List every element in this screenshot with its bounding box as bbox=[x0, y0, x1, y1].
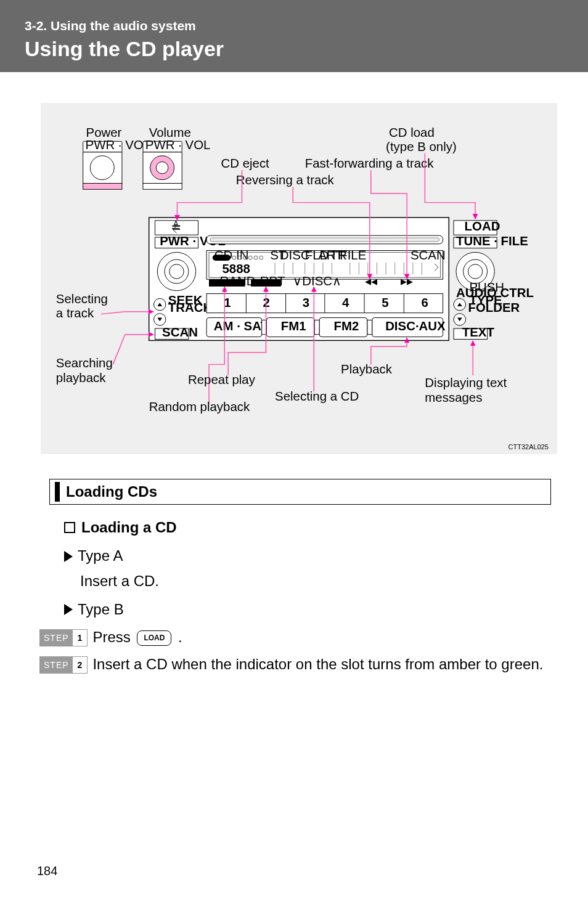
subheading-text: Loading a CD bbox=[81, 516, 177, 539]
svg-point-97 bbox=[468, 264, 482, 279]
page-header: 3-2. Using the audio system Using the CD… bbox=[0, 0, 588, 72]
svg-text:RAND: RAND bbox=[220, 274, 256, 288]
unit-center: CD IN ST DISC FLD ART TR FILE SCAN 5888 bbox=[206, 235, 446, 288]
subheading-loading-a-cd: Loading a CD bbox=[64, 516, 551, 539]
label-displaying-text-l2: messages bbox=[425, 391, 482, 404]
section-path: 3-2. Using the audio system bbox=[25, 18, 563, 33]
svg-text:2: 2 bbox=[263, 296, 270, 309]
svg-text:≜: ≜ bbox=[171, 220, 181, 234]
svg-text:FM2: FM2 bbox=[333, 319, 359, 333]
label-selecting-track-l1: Selecting bbox=[56, 292, 108, 306]
mode-buttons: AM · SAT FM1 FM2 DISC·AUX bbox=[206, 317, 446, 336]
triangle-bullet-icon bbox=[64, 604, 73, 615]
svg-text:CD IN: CD IN bbox=[214, 248, 249, 262]
svg-text:1: 1 bbox=[224, 296, 231, 309]
page-title: Using the CD player bbox=[25, 37, 563, 61]
label-volume: Volume bbox=[149, 126, 191, 139]
label-selecting-track-l2: a track bbox=[56, 306, 94, 320]
step-2-row: STEP 2 Insert a CD when the indicator on… bbox=[39, 653, 551, 676]
heading-marker bbox=[55, 482, 60, 502]
step-number-2: 2 bbox=[73, 657, 88, 673]
preset-buttons: 1 2 3 4 5 6 bbox=[206, 294, 443, 313]
square-bullet-icon bbox=[64, 522, 75, 533]
svg-text:AM · SAT: AM · SAT bbox=[214, 319, 269, 333]
step-1-pre: Press bbox=[92, 629, 134, 645]
label-cd-eject: CD eject bbox=[221, 157, 269, 170]
svg-text:DISC·AUX: DISC·AUX bbox=[385, 319, 446, 333]
label-random-playback: Random playback bbox=[149, 400, 250, 414]
label-playback: Playback bbox=[341, 362, 393, 376]
loading-cds-heading: Loading CDs bbox=[49, 479, 551, 505]
load-button-glyph: LOAD bbox=[137, 630, 171, 646]
svg-text:LOAD: LOAD bbox=[465, 219, 500, 233]
label-cd-load: CD load bbox=[389, 126, 435, 139]
type-a-instruction: Insert a CD. bbox=[80, 569, 551, 593]
svg-rect-90 bbox=[367, 320, 372, 334]
label-displaying-text-l1: Displaying text bbox=[425, 376, 507, 389]
svg-text:4: 4 bbox=[342, 296, 349, 309]
svg-text:FILE: FILE bbox=[340, 248, 366, 262]
svg-point-3 bbox=[90, 156, 114, 180]
type-b-label: Type B bbox=[78, 598, 124, 621]
svg-text:PWR · VOL: PWR · VOL bbox=[86, 138, 151, 152]
svg-text:RPT: RPT bbox=[260, 274, 285, 288]
volume-icon: PWR · VOL bbox=[143, 138, 210, 189]
svg-text:TRACK: TRACK bbox=[168, 301, 213, 314]
heading-text: Loading CDs bbox=[66, 482, 157, 502]
svg-line-107 bbox=[113, 335, 125, 365]
svg-text:3: 3 bbox=[303, 296, 309, 309]
step-label: STEP bbox=[40, 657, 73, 673]
label-cd-load-sub: (type B only) bbox=[386, 140, 457, 153]
svg-rect-10 bbox=[143, 183, 182, 189]
svg-text:TUNE · FILE: TUNE · FILE bbox=[456, 234, 528, 248]
svg-text:FM1: FM1 bbox=[281, 319, 306, 333]
step-1-post: . bbox=[178, 629, 182, 645]
svg-text:TEXT: TEXT bbox=[462, 325, 495, 339]
svg-point-9 bbox=[156, 161, 168, 173]
svg-text:6: 6 bbox=[422, 296, 428, 309]
label-repeat-play: Repeat play bbox=[188, 373, 256, 386]
body-content: Loading a CD Type A Insert a CD. Type B … bbox=[64, 516, 551, 676]
step-badge-2: STEP 2 bbox=[39, 656, 88, 674]
label-searching-l1: Searching bbox=[56, 356, 113, 370]
step-1-row: STEP 1 Press LOAD . bbox=[39, 626, 551, 649]
svg-point-18 bbox=[169, 264, 184, 279]
cd-player-diagram: Power Volume CD load (type B only) CD ej… bbox=[41, 103, 557, 454]
svg-text:FOLDER: FOLDER bbox=[468, 301, 520, 314]
power-icon: PWR · VOL bbox=[83, 138, 150, 189]
label-power: Power bbox=[86, 126, 122, 139]
unit-right-column: LOAD TUNE · FILE PUSH AUDIO CTRL TYPE FO… bbox=[454, 219, 534, 339]
svg-rect-26 bbox=[210, 238, 439, 242]
svg-rect-4 bbox=[83, 183, 122, 189]
label-selecting-cd: Selecting a CD bbox=[275, 389, 359, 403]
diagram-code-id: CTT32AL025 bbox=[508, 443, 549, 450]
step-label: STEP bbox=[40, 630, 73, 646]
svg-text:SCAN: SCAN bbox=[410, 248, 446, 262]
svg-text:PWR · VOL: PWR · VOL bbox=[145, 138, 211, 152]
step-1-text: Press LOAD . bbox=[92, 626, 551, 649]
triangle-bullet-icon bbox=[64, 551, 73, 562]
svg-text:◂◂: ◂◂ bbox=[365, 274, 377, 288]
svg-line-106 bbox=[101, 312, 125, 314]
type-b-row: Type B bbox=[64, 598, 551, 621]
svg-rect-89 bbox=[314, 320, 319, 334]
step-badge-1: STEP 1 bbox=[39, 629, 88, 646]
svg-text:5: 5 bbox=[382, 296, 388, 309]
type-a-label: Type A bbox=[78, 544, 123, 568]
svg-text:∨DISC∧: ∨DISC∧ bbox=[293, 274, 341, 288]
step-2-text: Insert a CD when the indicator on the sl… bbox=[92, 653, 551, 676]
label-searching-l2: playback bbox=[56, 371, 106, 385]
type-a-row: Type A bbox=[64, 544, 551, 568]
label-reversing: Reversing a track bbox=[236, 173, 335, 187]
label-fast-forward: Fast-forwarding a track bbox=[305, 157, 435, 170]
page-number: 184 bbox=[37, 864, 57, 878]
diagram-svg: Power Volume CD load (type B only) CD ej… bbox=[53, 120, 545, 447]
step-number-1: 1 bbox=[73, 630, 88, 646]
svg-text:SCAN: SCAN bbox=[162, 325, 198, 339]
